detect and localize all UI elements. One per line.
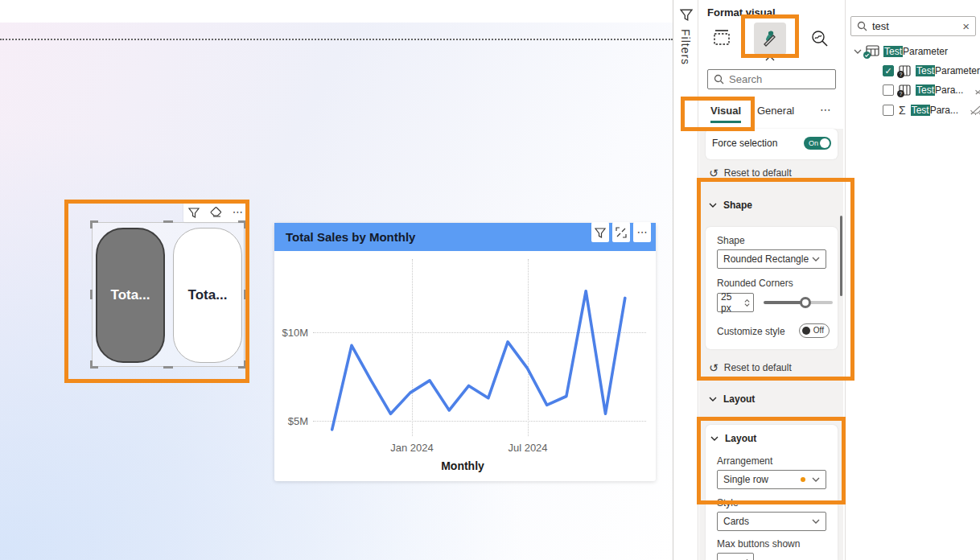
chevron-down-icon [709, 397, 717, 401]
checkbox-unchecked[interactable] [883, 84, 894, 96]
toggle-knob [820, 138, 830, 148]
tree-label: TestPara... [916, 84, 963, 96]
line-chart-visual[interactable]: Total Sales by Monthly ⋯ $10M $5M Jan 20… [274, 223, 656, 481]
tree-label: TestParameter [916, 65, 980, 76]
search-icon [714, 74, 724, 84]
chevron-down-icon [812, 519, 820, 524]
search-match-highlight: Test [911, 105, 930, 116]
force-selection-toggle-on[interactable]: On [804, 137, 831, 150]
tree-label: TestPara... [911, 105, 958, 116]
data-fields-pane: × TestParameter ✓ ? TestParameter [845, 0, 980, 560]
tab-general[interactable]: General [757, 105, 794, 121]
fields-search-input[interactable] [872, 20, 953, 32]
fields-search-box[interactable]: × [850, 16, 976, 36]
parameter-field-icon: ? [899, 84, 911, 96]
style-dropdown-value: Cards [723, 516, 812, 527]
style-dropdown[interactable]: Cards [717, 512, 826, 531]
tree-row-table[interactable]: TestParameter [854, 45, 948, 57]
annotation-box-layout-section [697, 417, 846, 504]
canvas-top-strip [0, 0, 673, 23]
tabs-more-options-icon[interactable]: ⋯ [820, 103, 832, 116]
parameter-field-icon: ? [899, 65, 911, 76]
tree-row-field[interactable]: ✓ ? TestParameter [883, 65, 980, 76]
format-search-box[interactable] [707, 69, 836, 89]
max-buttons-spinner[interactable] [717, 553, 754, 560]
analytics-icon[interactable] [810, 29, 830, 48]
format-search-input[interactable] [729, 73, 817, 85]
sales-line [332, 291, 625, 430]
search-match-highlight: Test [916, 84, 935, 96]
clear-search-icon[interactable]: × [962, 19, 970, 33]
table-icon [866, 45, 879, 57]
tree-row-field[interactable]: ? TestPara... [883, 84, 980, 96]
chevron-down-icon[interactable] [854, 49, 862, 54]
search-match-highlight: Test [916, 65, 935, 76]
checkbox-checked[interactable]: ✓ [883, 65, 894, 76]
svg-text:?: ? [900, 72, 903, 77]
annotation-box-shape-section [697, 178, 854, 381]
page-guide-dotted-line [0, 39, 673, 40]
force-selection-label: Force selection [712, 138, 777, 149]
sales-line-plot [274, 223, 656, 481]
tree-row-measure[interactable]: Σ TestPara... [883, 104, 980, 117]
annotation-box-visual-tab [681, 97, 755, 131]
search-icon [857, 21, 867, 31]
visibility-off-icon [974, 85, 980, 96]
search-match-highlight: Test [883, 46, 903, 57]
power-bi-window: ⋯ Tota... Tota... Total Sales by Monthly [0, 0, 980, 560]
svg-text:?: ? [900, 91, 903, 97]
filters-pane-label: Filters [679, 29, 692, 65]
sigma-measure-icon: Σ [899, 104, 906, 117]
checkbox-unchecked[interactable] [883, 105, 894, 116]
reset-label: Reset to default [724, 167, 792, 179]
annotation-box-slicer [64, 200, 249, 383]
annotation-box-format-icon [741, 14, 799, 58]
force-selection-card: Force selection On [706, 129, 838, 159]
filters-pane-collapsed[interactable]: Filters [673, 0, 698, 560]
section-header-layout[interactable]: Layout [709, 393, 755, 405]
build-visual-icon[interactable] [712, 29, 731, 47]
toggle-state-label: On [809, 139, 818, 147]
filter-icon [680, 8, 693, 21]
visibility-off-icon [970, 105, 980, 116]
tree-label: TestParameter [883, 46, 948, 57]
checked-badge-icon [863, 51, 871, 59]
max-buttons-label: Max buttons shown [717, 538, 800, 550]
question-badge-icon: ? [897, 90, 904, 97]
question-badge-icon: ? [897, 71, 904, 78]
